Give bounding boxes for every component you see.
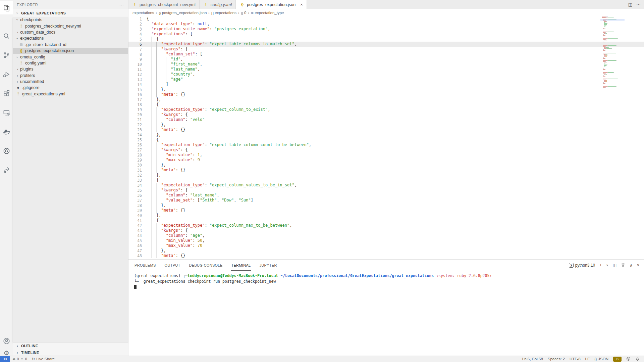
tree-item-checkpoints[interactable]: ›checkpoints: [13, 17, 128, 23]
cursor-position[interactable]: Ln 6, Col 58: [520, 356, 545, 362]
code-line-26[interactable]: 26 "expectation_type": "expect_table_col…: [128, 142, 644, 147]
split-terminal-icon[interactable]: ◫: [613, 263, 616, 268]
code-line-27[interactable]: 27 "kwargs": {: [128, 147, 644, 152]
tree-item--ge-store-backend-id[interactable]: ▤.ge_store_backend_id: [13, 42, 128, 48]
tree-item-ometa-config[interactable]: ›ometa_config: [13, 54, 128, 60]
maximize-panel-chevron-icon[interactable]: ∧: [630, 263, 633, 268]
eol-setting[interactable]: LF: [583, 356, 592, 362]
close-panel-x-icon[interactable]: ×: [637, 263, 639, 268]
activity-bar-github-icon[interactable]: [0, 144, 13, 157]
code-line-19[interactable]: 19 "expectation_type": "expect_column_to…: [128, 107, 644, 112]
code-line-21[interactable]: 21 "column": "velo": [128, 117, 644, 122]
terminal-output[interactable]: (great-expectations) ┌─teddycrepineau@Te…: [134, 273, 641, 290]
code-line-13[interactable]: 13 "age": [128, 77, 644, 82]
code-line-18[interactable]: 18 {: [128, 102, 644, 107]
tree-item-great-expectations-yml[interactable]: !great_expectations.yml: [13, 91, 128, 97]
panel-tab-debug-console[interactable]: DEBUG CONSOLE: [189, 260, 223, 270]
workspace-root-row[interactable]: › GREAT_EXPECTATIONS: [13, 9, 128, 17]
activity-bar-explorer-icon[interactable]: [0, 1, 13, 14]
code-line-20[interactable]: 20 "kwargs": {: [128, 112, 644, 117]
tab-config-yaml[interactable]: !config.yaml: [200, 0, 236, 9]
code-line-17[interactable]: 17 },: [128, 97, 644, 102]
breadcrumb-item-postgres-expectation-json[interactable]: {}postgres_expectation.json: [159, 11, 207, 15]
tree-item-uncommitted[interactable]: ›uncommitted: [13, 79, 128, 85]
live-share-button[interactable]: ↻ Live Share: [30, 356, 57, 362]
shell-picker-chevron-icon[interactable]: ∨: [606, 264, 608, 267]
activity-bar-extensions-icon[interactable]: [0, 87, 13, 100]
panel-tab-problems[interactable]: PROBLEMS: [134, 260, 156, 270]
code-line-28[interactable]: 28 "min_value": 1,: [128, 152, 644, 157]
code-line-41[interactable]: 41 {: [128, 218, 644, 223]
code-line-23[interactable]: 23 "meta": {}: [128, 127, 644, 132]
code-line-8[interactable]: 8 "column_set": [: [128, 52, 644, 57]
code-line-4[interactable]: 4 "expectations": [: [128, 32, 644, 37]
code-line-29[interactable]: 29 "max_value": 9: [128, 157, 644, 163]
encoding-setting[interactable]: UTF-8: [567, 356, 583, 362]
problems-status[interactable]: ⊗ 0 ⚠ 0: [10, 356, 30, 362]
code-line-10[interactable]: 10 "first_name",: [128, 62, 644, 67]
tree-item--gitignore[interactable]: ◆.gitignore: [13, 85, 128, 91]
indentation-setting[interactable]: Spaces: 2: [545, 356, 567, 362]
code-line-43[interactable]: 43 "kwargs": {: [128, 228, 644, 233]
code-line-2[interactable]: 2 "data_asset_type": null,: [128, 21, 644, 27]
code-line-1[interactable]: 1{: [128, 16, 644, 21]
code-line-46[interactable]: 46 "max_value": 70: [128, 243, 644, 248]
code-line-3[interactable]: 3 "expectation_suite_name": "postgres_ex…: [128, 27, 644, 32]
code-line-24[interactable]: 24 },: [128, 132, 644, 137]
code-line-44[interactable]: 44 "column": "age",: [128, 233, 644, 238]
tree-item-expectations[interactable]: ›expectations: [13, 35, 128, 41]
tree-item-config-yaml[interactable]: !config.yaml: [13, 60, 128, 66]
close-icon[interactable]: ×: [300, 2, 303, 7]
split-editor-icon[interactable]: ◫: [628, 2, 632, 7]
activity-bar-account-icon[interactable]: [0, 334, 13, 348]
code-line-30[interactable]: 30 },: [128, 163, 644, 168]
notifications-button[interactable]: [633, 356, 642, 362]
minimap[interactable]: [602, 15, 623, 88]
tab-postgres-expectation-json[interactable]: {}postgres_expectation.json×: [236, 0, 307, 9]
code-line-38[interactable]: 38 },: [128, 203, 644, 208]
sidebar-section-outline[interactable]: ›OUTLINE: [13, 342, 128, 349]
feedback-button[interactable]: [624, 356, 633, 362]
tree-item-custom-data-docs[interactable]: ›custom_data_docs: [13, 29, 128, 35]
panel-tab-output[interactable]: OUTPUT: [164, 260, 181, 270]
code-line-36[interactable]: 36 "column": "last_name",: [128, 193, 644, 198]
tree-item-postgres-checkpoint-new-yml[interactable]: !postgres_checkpoint_new.yml: [13, 23, 128, 29]
code-line-33[interactable]: 33 {: [128, 178, 644, 183]
tab-postgres-checkpoint-new-yml[interactable]: !postgres_checkpoint_new.yml: [128, 0, 200, 9]
activity-bar-live-share-icon[interactable]: [0, 163, 13, 177]
new-terminal-plus-icon[interactable]: +: [599, 263, 602, 268]
code-line-12[interactable]: 12 "country",: [128, 72, 644, 77]
code-line-35[interactable]: 35 "kwargs": {: [128, 188, 644, 193]
code-line-5[interactable]: 5 {: [128, 37, 644, 42]
tree-item-postgres-expectation-json[interactable]: {}postgres_expectation.json: [13, 48, 128, 54]
tree-item-plugins[interactable]: ›plugins: [13, 66, 128, 72]
code-line-15[interactable]: 15 },: [128, 87, 644, 92]
code-line-40[interactable]: 40 },: [128, 213, 644, 218]
activity-bar-search-icon[interactable]: [0, 29, 13, 43]
code-line-31[interactable]: 31 "meta": {}: [128, 168, 644, 173]
activity-bar-remote-explorer-icon[interactable]: [0, 106, 13, 119]
code-line-14[interactable]: 14 ]: [128, 82, 644, 87]
tree-item-profilers[interactable]: ›profilers: [13, 73, 128, 79]
code-line-32[interactable]: 32 },: [128, 173, 644, 178]
code-line-42[interactable]: 42 "expectation_type": "expect_column_ma…: [128, 223, 644, 228]
activity-bar-run-debug-icon[interactable]: [0, 67, 13, 81]
code-line-22[interactable]: 22 },: [128, 122, 644, 127]
breadcrumb-item-expectations[interactable]: [ ]expectations: [211, 11, 236, 15]
kill-terminal-trash-icon[interactable]: [621, 263, 625, 268]
activity-bar-source-control-icon[interactable]: [0, 48, 13, 62]
breadcrumb-item-expectation-type[interactable]: ⊞expectation_type: [251, 11, 284, 15]
code-line-11[interactable]: 11 "last_name",: [128, 67, 644, 72]
code-line-47[interactable]: 47 },: [128, 248, 644, 253]
code-line-39[interactable]: 39 "meta": {}: [128, 208, 644, 213]
code-line-9[interactable]: 9 "id",: [128, 57, 644, 62]
activity-bar-docker-icon[interactable]: [0, 125, 13, 138]
code-editor[interactable]: 1{2 "data_asset_type": null,3 "expectati…: [128, 16, 644, 259]
more-actions-icon[interactable]: ⋯: [636, 2, 641, 7]
code-line-16[interactable]: 16 "meta": {}: [128, 92, 644, 97]
panel-tab-jupyter[interactable]: JUPYTER: [259, 260, 277, 270]
language-mode[interactable]: {} JSON: [592, 356, 611, 362]
code-line-25[interactable]: 25 {: [128, 137, 644, 142]
terminal-shell-picker[interactable]: ❯python3.10: [569, 263, 595, 268]
code-line-45[interactable]: 45 "min_value": 50,: [128, 238, 644, 243]
